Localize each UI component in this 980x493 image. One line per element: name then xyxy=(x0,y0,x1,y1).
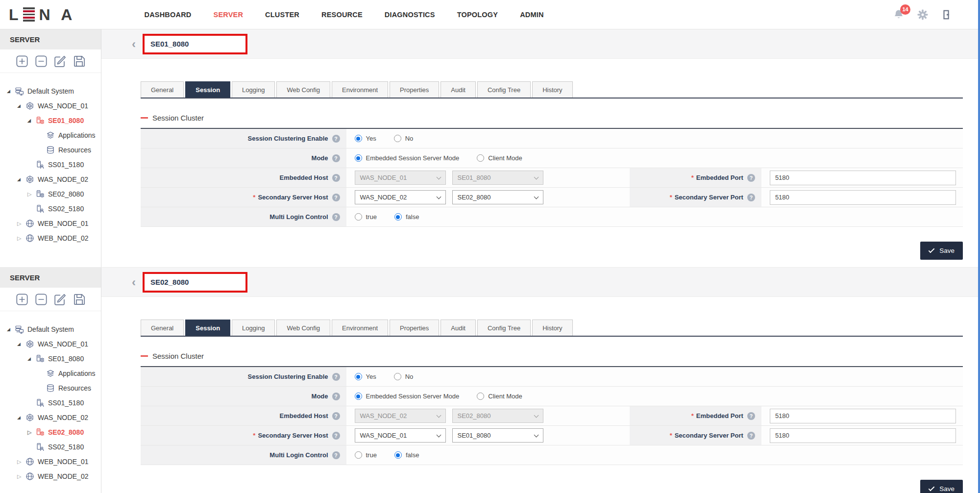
tree-item-applications[interactable]: Applications xyxy=(0,366,101,381)
embedded-host-server-select[interactable]: SE02_8080 xyxy=(452,409,543,423)
tree-toggle-icon[interactable]: ◢ xyxy=(17,342,25,346)
lena-logo[interactable]: L N A xyxy=(9,7,75,23)
help-icon[interactable] xyxy=(332,412,340,420)
secondary-host-server-select[interactable]: SE02_8080 xyxy=(452,190,543,204)
secondary-port-input[interactable] xyxy=(770,190,956,205)
tab-logging[interactable]: Logging xyxy=(232,320,275,336)
add-node-icon[interactable] xyxy=(16,55,28,68)
tree-item-se01_8080[interactable]: ◢SE01_8080 xyxy=(0,351,101,366)
radio-selected-icon[interactable] xyxy=(394,451,402,459)
radio-option-yes[interactable]: Yes xyxy=(355,135,376,142)
tree-item-se02_8080[interactable]: ▷SE02_8080 xyxy=(0,425,101,440)
tab-web-config[interactable]: Web Config xyxy=(276,320,330,336)
help-icon[interactable] xyxy=(332,135,340,143)
save-tree-icon[interactable] xyxy=(73,293,86,306)
tab-environment[interactable]: Environment xyxy=(332,320,388,336)
bell-icon[interactable]: 14 xyxy=(893,9,905,21)
tab-config-tree[interactable]: Config Tree xyxy=(477,320,531,336)
tree-item-was_node_01[interactable]: ◢WAS_NODE_01 xyxy=(0,337,101,351)
tab-audit[interactable]: Audit xyxy=(441,320,476,336)
radio-option-false[interactable]: false xyxy=(394,213,419,221)
radio-unselected-icon[interactable] xyxy=(394,135,401,142)
add-node-icon[interactable] xyxy=(16,293,28,306)
tree-toggle-icon[interactable]: ▷ xyxy=(17,473,25,480)
tree-toggle-icon[interactable]: ◢ xyxy=(17,415,25,420)
tree-toggle-icon[interactable]: ▷ xyxy=(17,235,25,242)
tree-toggle-icon[interactable]: ▷ xyxy=(17,459,25,465)
radio-option-client-mode[interactable]: Client Mode xyxy=(477,154,522,162)
save-button[interactable]: Save xyxy=(920,480,963,493)
radio-unselected-icon[interactable] xyxy=(477,154,484,162)
nav-item-admin[interactable]: ADMIN xyxy=(520,11,544,19)
nav-item-server[interactable]: SERVER xyxy=(214,11,244,19)
tree-item-ss01_5180[interactable]: SS01_5180 xyxy=(0,395,101,410)
help-icon[interactable] xyxy=(332,213,340,221)
tree-item-se02_8080[interactable]: ▷SE02_8080 xyxy=(0,187,101,201)
tree-item-resources[interactable]: Resources xyxy=(0,143,101,157)
tree-item-se01_8080[interactable]: ◢SE01_8080 xyxy=(0,113,101,128)
embedded-host-node-select[interactable]: WAS_NODE_01 xyxy=(355,171,446,185)
nav-item-topology[interactable]: TOPOLOGY xyxy=(457,11,498,19)
tree-item-web_node_01[interactable]: ▷WEB_NODE_01 xyxy=(0,216,101,231)
help-icon[interactable] xyxy=(332,393,340,400)
embedded-port-input[interactable] xyxy=(770,409,956,423)
secondary-port-input[interactable] xyxy=(770,428,956,443)
tab-history[interactable]: History xyxy=(532,81,572,98)
tree-toggle-icon[interactable]: ◢ xyxy=(27,118,36,123)
radio-option-no[interactable]: No xyxy=(394,373,414,380)
radio-unselected-icon[interactable] xyxy=(355,451,362,459)
nav-item-resource[interactable]: RESOURCE xyxy=(321,11,363,19)
radio-option-embedded-session-server-mode[interactable]: Embedded Session Server Mode xyxy=(355,154,460,162)
radio-selected-icon[interactable] xyxy=(355,154,362,162)
radio-option-true[interactable]: true xyxy=(355,213,377,221)
nav-item-dashboard[interactable]: DASHBOARD xyxy=(144,11,191,19)
tab-environment[interactable]: Environment xyxy=(332,81,388,98)
nav-item-diagnostics[interactable]: DIAGNOSTICS xyxy=(385,11,435,19)
radio-selected-icon[interactable] xyxy=(355,393,362,400)
tree-toggle-icon[interactable]: ◢ xyxy=(7,327,15,332)
help-icon[interactable] xyxy=(747,432,755,440)
help-icon[interactable] xyxy=(332,154,340,162)
tree-toggle-icon[interactable]: ▷ xyxy=(17,221,25,227)
secondary-host-node-select[interactable]: WAS_NODE_02 xyxy=(355,190,446,204)
tab-config-tree[interactable]: Config Tree xyxy=(477,81,531,98)
embedded-port-input[interactable] xyxy=(770,171,956,185)
help-icon[interactable] xyxy=(332,432,340,440)
remove-node-icon[interactable] xyxy=(35,293,48,306)
tree-item-was_node_01[interactable]: ◢WAS_NODE_01 xyxy=(0,99,101,113)
tree-item-default system[interactable]: ◢Default System xyxy=(0,84,101,99)
collapse-sidebar-chevron[interactable]: ‹ xyxy=(132,39,136,49)
tree-toggle-icon[interactable]: ◢ xyxy=(7,89,15,94)
secondary-host-node-select[interactable]: WAS_NODE_01 xyxy=(355,428,446,443)
radio-option-no[interactable]: No xyxy=(394,135,414,142)
notification-badge[interactable]: 14 xyxy=(900,4,910,15)
radio-selected-icon[interactable] xyxy=(355,373,362,380)
radio-unselected-icon[interactable] xyxy=(355,213,362,221)
tree-item-default system[interactable]: ◢Default System xyxy=(0,322,101,337)
help-icon[interactable] xyxy=(332,451,340,459)
help-icon[interactable] xyxy=(747,412,755,420)
radio-unselected-icon[interactable] xyxy=(394,373,401,380)
tab-web-config[interactable]: Web Config xyxy=(276,81,330,98)
tree-toggle-icon[interactable]: ▷ xyxy=(27,429,36,436)
tab-properties[interactable]: Properties xyxy=(390,320,439,336)
help-icon[interactable] xyxy=(332,174,340,182)
embedded-host-node-select[interactable]: WAS_NODE_02 xyxy=(355,409,446,423)
radio-option-false[interactable]: false xyxy=(394,451,419,459)
tab-properties[interactable]: Properties xyxy=(390,81,439,98)
embedded-host-server-select[interactable]: SE01_8080 xyxy=(452,171,543,185)
radio-option-embedded-session-server-mode[interactable]: Embedded Session Server Mode xyxy=(355,393,460,400)
edit-node-icon[interactable] xyxy=(54,55,67,68)
tab-audit[interactable]: Audit xyxy=(441,81,476,98)
tree-item-was_node_02[interactable]: ◢WAS_NODE_02 xyxy=(0,172,101,187)
tree-item-web_node_02[interactable]: ▷WEB_NODE_02 xyxy=(0,231,101,246)
nav-item-cluster[interactable]: CLUSTER xyxy=(265,11,299,19)
tree-toggle-icon[interactable]: ▷ xyxy=(27,191,36,197)
secondary-host-server-select[interactable]: SE01_8080 xyxy=(452,428,543,443)
edit-node-icon[interactable] xyxy=(54,293,67,306)
radio-selected-icon[interactable] xyxy=(355,135,362,142)
tab-general[interactable]: General xyxy=(141,81,184,98)
tree-item-web_node_02[interactable]: ▷WEB_NODE_02 xyxy=(0,469,101,484)
tree-item-resources[interactable]: Resources xyxy=(0,381,101,395)
tree-toggle-icon[interactable]: ◢ xyxy=(17,177,25,182)
